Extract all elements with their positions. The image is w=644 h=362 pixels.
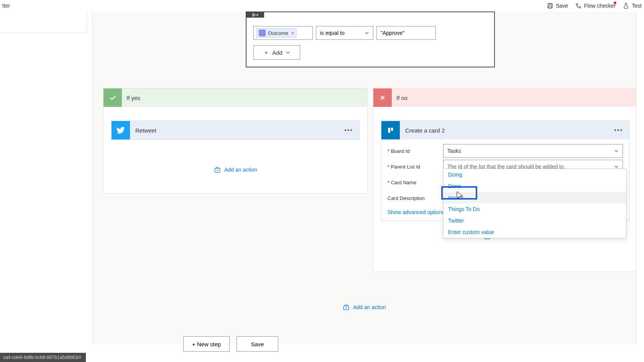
if-no-header[interactable]: If no: [373, 88, 636, 107]
condition-value-input[interactable]: "Approve": [376, 26, 436, 40]
svg-rect-6: [253, 15, 254, 16]
add-label: Add: [272, 49, 283, 56]
chevron-down-icon: [614, 149, 619, 153]
bottom-buttons: + New step Save: [183, 336, 278, 352]
token-source-icon: [259, 29, 266, 36]
top-bar: tter Save Flow checker Test: [0, 0, 644, 11]
add-action-label: Add an action: [224, 167, 257, 173]
status-bar: ca4-cde8-4d8b-bcb8-897b1a5d8b63/#: [0, 353, 86, 362]
plus-icon: ＋: [263, 49, 269, 56]
chevron-down-icon: [286, 50, 290, 55]
option-doing[interactable]: Doing: [444, 169, 626, 180]
create-card-action: Create a card 2 ••• * Board Id Tasks * P…: [381, 121, 629, 221]
parent-list-dropdown: Doing Done Issues Things To Do Twitter E…: [443, 169, 626, 238]
flow-checker-label: Flow checker: [584, 3, 616, 9]
save-label: Save: [556, 3, 568, 9]
chevron-down-icon: [365, 31, 369, 35]
condition-card: Outcome × is equal to "Approve" ＋ Add: [246, 11, 495, 67]
card-name-label: * Card Name: [388, 180, 443, 185]
remove-token-icon[interactable]: ×: [291, 30, 294, 36]
new-step-button[interactable]: + New step: [183, 336, 230, 352]
action-menu-icon[interactable]: •••: [608, 127, 629, 134]
flow-checker-icon: [575, 2, 582, 9]
save-icon: [547, 2, 554, 9]
board-id-select[interactable]: Tasks: [443, 144, 623, 158]
svg-rect-5: [253, 13, 254, 15]
token-label: Outcome: [268, 30, 288, 36]
page-title-fragment: tter: [2, 3, 10, 9]
comparator-label: is equal to: [320, 30, 345, 36]
option-done[interactable]: Done: [444, 180, 626, 192]
save-button[interactable]: Save: [547, 2, 568, 9]
flow-checker-button[interactable]: Flow checker: [575, 2, 616, 9]
flow-canvas: Outcome × is equal to "Approve" ＋ Add: [92, 11, 636, 345]
condition-left-operand[interactable]: Outcome ×: [253, 26, 313, 40]
cross-icon: [373, 88, 392, 107]
add-action-label: Add an action: [353, 304, 386, 310]
card-description-label: Card Description: [388, 195, 443, 201]
outcome-token[interactable]: Outcome ×: [256, 28, 297, 38]
option-custom[interactable]: Enter custom value: [444, 226, 626, 238]
svg-point-4: [579, 7, 581, 8]
show-advanced-label: Show advanced options: [388, 209, 445, 215]
option-things-to-do[interactable]: Things To Do: [444, 203, 626, 215]
retweet-title: Retweet: [130, 127, 338, 134]
trello-icon: [381, 121, 400, 139]
left-panel: [0, 11, 87, 33]
test-label: Test: [632, 3, 642, 9]
svg-rect-11: [388, 128, 391, 133]
svg-point-3: [576, 3, 578, 5]
condition-header[interactable]: [246, 12, 264, 18]
board-id-value: Tasks: [447, 148, 461, 154]
test-icon: [623, 2, 629, 9]
retweet-action[interactable]: Retweet •••: [111, 121, 360, 140]
save-button-bottom[interactable]: Save: [237, 336, 278, 352]
add-condition-button[interactable]: ＋ Add: [253, 45, 300, 60]
svg-rect-1: [549, 3, 551, 5]
add-action-bottom[interactable]: Add an action: [92, 303, 636, 311]
parent-list-label: * Parent List Id: [388, 164, 443, 170]
alert-dot-icon: [614, 2, 616, 4]
add-action-icon: [342, 303, 350, 311]
create-card-header[interactable]: Create a card 2 •••: [381, 121, 629, 139]
option-twitter[interactable]: Twitter: [444, 215, 626, 226]
test-button[interactable]: Test: [623, 2, 642, 9]
condition-value-text: "Approve": [381, 30, 404, 36]
create-card-title: Create a card 2: [400, 127, 608, 134]
if-no-label: If no: [396, 95, 407, 101]
trello-form: * Board Id Tasks * Parent List Id The id…: [381, 139, 629, 221]
if-yes-label: If yes: [127, 95, 140, 101]
add-action-icon: [214, 166, 221, 174]
comparator-select[interactable]: is equal to: [316, 26, 373, 40]
svg-rect-2: [549, 6, 552, 8]
action-menu-icon[interactable]: •••: [338, 127, 359, 134]
if-yes-header[interactable]: If yes: [104, 88, 367, 107]
add-action-yes[interactable]: Add an action: [104, 166, 367, 174]
branch-icon: [252, 13, 259, 17]
option-issues[interactable]: Issues: [444, 192, 626, 203]
twitter-icon: [112, 121, 130, 139]
board-id-label: * Board Id: [388, 148, 443, 154]
check-icon: [104, 88, 122, 107]
if-no-branch: If no Create a card 2 ••• * Board Id Tas…: [373, 88, 636, 272]
svg-rect-12: [391, 128, 393, 131]
if-yes-branch: If yes Retweet ••• Add an action: [103, 88, 368, 193]
svg-rect-7: [257, 15, 258, 16]
